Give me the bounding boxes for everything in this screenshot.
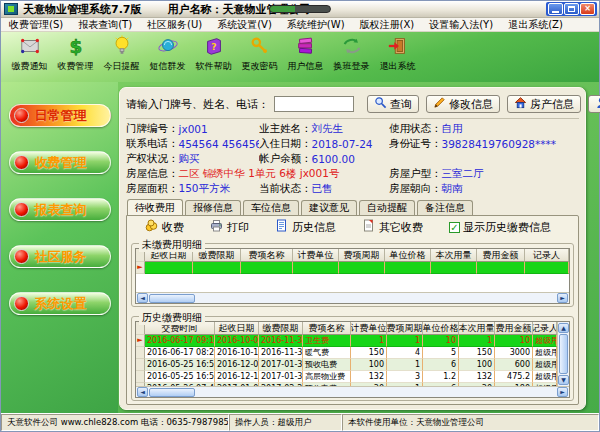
unpaid-fees-groupbox: 未缴费用明细 起收日期缴费限期费项名称计费单位费项周期单位价格本次用量费用金额记… bbox=[131, 243, 574, 307]
table-cell: 2017-01-31 bbox=[259, 371, 303, 383]
table-cell bbox=[193, 262, 241, 274]
table-row[interactable]: 2016-05-25 16:562016-12-092017-01-31预收电费… bbox=[136, 359, 557, 371]
horizontal-scrollbar[interactable]: ◄► bbox=[136, 386, 569, 397]
modify-info-button[interactable]: 修改信息 bbox=[426, 95, 500, 113]
column-header[interactable]: 费用金额 bbox=[477, 249, 525, 262]
scroll-up-icon[interactable]: ▲ bbox=[558, 323, 569, 333]
table-cell: 100 bbox=[351, 359, 387, 371]
column-header[interactable]: 单位价格 bbox=[423, 322, 459, 335]
tab-remarks[interactable]: 备注信息 bbox=[417, 200, 473, 215]
owner-info-row-3: 房屋信息：二区 锦绣中华 1单元 6楼 jx001号房屋户型：三室二厅 bbox=[126, 166, 579, 181]
horizontal-scroll-thumb[interactable] bbox=[149, 388, 195, 397]
table-cell bbox=[385, 262, 431, 274]
column-header[interactable]: 起收日期 bbox=[215, 322, 259, 335]
query-input[interactable] bbox=[274, 96, 354, 112]
info-field-value: 2018-07-24 bbox=[312, 138, 373, 150]
document-icon bbox=[275, 219, 288, 235]
property-info-button[interactable]: 房产信息 bbox=[507, 95, 581, 113]
tab-pending-fees[interactable]: 待收费用 bbox=[127, 199, 183, 215]
vertical-scrollbar[interactable]: ▲▼ bbox=[557, 322, 569, 386]
window-body: 日常管理收费管理报表查询社区服务系统设置 请输入门牌号、姓名、电话： 查询修改信… bbox=[1, 82, 599, 413]
tab-auto-reminder[interactable]: 自动提醒 bbox=[359, 200, 415, 215]
sidebar-item-fee-management[interactable]: 收费管理 bbox=[9, 151, 111, 174]
scroll-right-icon[interactable]: ► bbox=[557, 387, 568, 397]
tab-bar: 待收费用报修信息车位信息建议意见自动提醒备注信息 bbox=[126, 199, 579, 215]
row-selector bbox=[136, 371, 145, 383]
scroll-left-icon[interactable]: ◄ bbox=[137, 387, 148, 397]
tab-repair-info[interactable]: 报修信息 bbox=[185, 200, 241, 215]
vertical-scroll-thumb[interactable] bbox=[559, 334, 568, 374]
sidebar-item-report-query[interactable]: 报表查询 bbox=[9, 198, 111, 221]
sidebar-item-community-service[interactable]: 社区服务 bbox=[9, 245, 111, 268]
show-history-checkbox[interactable]: ✓显示历史缴费信息 bbox=[449, 220, 551, 235]
print-button[interactable]: 打印 bbox=[210, 219, 249, 235]
menu-item-3[interactable]: 系统设置(V) bbox=[217, 18, 272, 32]
table-cell: 6 bbox=[423, 359, 459, 371]
column-header[interactable]: 费项周期 bbox=[339, 249, 385, 262]
column-header[interactable]: 记录人 bbox=[525, 249, 569, 262]
bulb-icon bbox=[111, 35, 133, 59]
menu-item-6[interactable]: 设置输入法(Y) bbox=[429, 18, 493, 32]
scroll-down-icon[interactable]: ▼ bbox=[558, 375, 569, 385]
menu-item-4[interactable]: 系统维护(W) bbox=[287, 18, 345, 32]
toolbar-button-payment-notice[interactable]: 缴费通知 bbox=[9, 35, 50, 73]
column-header[interactable]: 本次用量 bbox=[459, 322, 495, 335]
table-row[interactable]: ► bbox=[136, 262, 569, 274]
column-header[interactable]: 计费单位 bbox=[351, 322, 387, 335]
column-header[interactable]: 单位价格 bbox=[385, 249, 431, 262]
toolbar-button-exit-system[interactable]: 退出系统 bbox=[377, 35, 418, 73]
menu-item-2[interactable]: 社区服务(U) bbox=[147, 18, 202, 32]
toolbar-button-user-info[interactable]: 用户信息 bbox=[285, 35, 326, 73]
column-header[interactable]: 本次用量 bbox=[431, 249, 477, 262]
column-header[interactable]: 计费单位 bbox=[293, 249, 339, 262]
menu-item-0[interactable]: 收费管理(S) bbox=[9, 18, 63, 32]
row-selector: ► bbox=[136, 335, 145, 347]
tab-suggestions[interactable]: 建议意见 bbox=[301, 200, 357, 215]
window-title: 天意物业管理系统7.7版 bbox=[23, 2, 142, 17]
unpaid-fees-table-main: 起收日期缴费限期费项名称计费单位费项周期单位价格本次用量费用金额记录人► bbox=[136, 249, 569, 292]
maximize-button[interactable] bbox=[564, 3, 579, 15]
sidebar-item-daily-management[interactable]: 日常管理 bbox=[9, 104, 111, 127]
table-cell: 132 bbox=[459, 371, 495, 383]
close-button[interactable]: × bbox=[580, 3, 595, 15]
column-header[interactable]: 费项名称 bbox=[303, 322, 351, 335]
horizontal-scrollbar[interactable]: ◄► bbox=[136, 292, 569, 303]
history-info-button[interactable]: 历史信息 bbox=[275, 219, 336, 235]
menu-item-5[interactable]: 版权注册(X) bbox=[360, 18, 415, 32]
table-cell: 卫生费 bbox=[303, 335, 351, 347]
table-row[interactable]: ►2016-06-17 09:142016-10-062016-11-30卫生费… bbox=[136, 335, 557, 347]
table-cell: 1 bbox=[351, 335, 387, 347]
toolbar-button-software-help[interactable]: ?软件帮助 bbox=[193, 35, 234, 73]
owner-info-button[interactable]: 业主信息 bbox=[588, 95, 600, 113]
status-software-unit: 本软件使用单位：天意物业管理公司 bbox=[342, 414, 599, 431]
table-row[interactable]: 2016-06-17 08:202016-10-172016-11-30暖气费1… bbox=[136, 347, 557, 359]
info-field-value: 朝南 bbox=[442, 182, 463, 196]
menu-item-1[interactable]: 报表查询(T) bbox=[78, 18, 132, 32]
info-field-value: 三室二厅 bbox=[442, 167, 484, 181]
column-header[interactable]: 记录人 bbox=[533, 322, 557, 335]
table-cell: 475.2 bbox=[495, 371, 533, 383]
scroll-right-icon[interactable]: ► bbox=[557, 293, 568, 303]
toolbar-button-change-password[interactable]: 更改密码 bbox=[239, 35, 280, 73]
table-row[interactable]: 2016-05-25 16:562016-12-102017-01-31高层物业… bbox=[136, 371, 557, 383]
sidebar-item-system-settings[interactable]: 系统设置 bbox=[9, 292, 111, 315]
horizontal-scroll-thumb[interactable] bbox=[149, 294, 195, 303]
column-header[interactable]: 缴费限期 bbox=[259, 322, 303, 335]
tab-parking-info[interactable]: 车位信息 bbox=[243, 200, 299, 215]
menu-item-7[interactable]: 退出系统(Z) bbox=[508, 18, 563, 32]
charge-button[interactable]: 收费 bbox=[145, 219, 184, 235]
scroll-left-icon[interactable]: ◄ bbox=[137, 293, 148, 303]
other-fees-button[interactable]: 其它收费 bbox=[362, 219, 423, 235]
toolbar-button-fee-management[interactable]: $收费管理 bbox=[55, 35, 96, 73]
minimize-button[interactable] bbox=[548, 3, 563, 15]
toolbar-button-shift-login[interactable]: 换班登录 bbox=[331, 35, 372, 73]
column-header[interactable]: 费项名称 bbox=[241, 249, 293, 262]
toolbar-button-sms-broadcast[interactable]: 短信群发 bbox=[147, 35, 188, 73]
table-cell bbox=[477, 262, 525, 274]
toolbar-button-today-reminder[interactable]: 今日提醒 bbox=[101, 35, 142, 73]
column-header[interactable]: 费用金额 bbox=[495, 322, 533, 335]
column-header[interactable]: 费项周期 bbox=[387, 322, 423, 335]
search-button[interactable]: 查询 bbox=[367, 95, 419, 113]
info-field-label: 帐户余额： bbox=[259, 152, 312, 166]
table-cell bbox=[241, 262, 293, 274]
